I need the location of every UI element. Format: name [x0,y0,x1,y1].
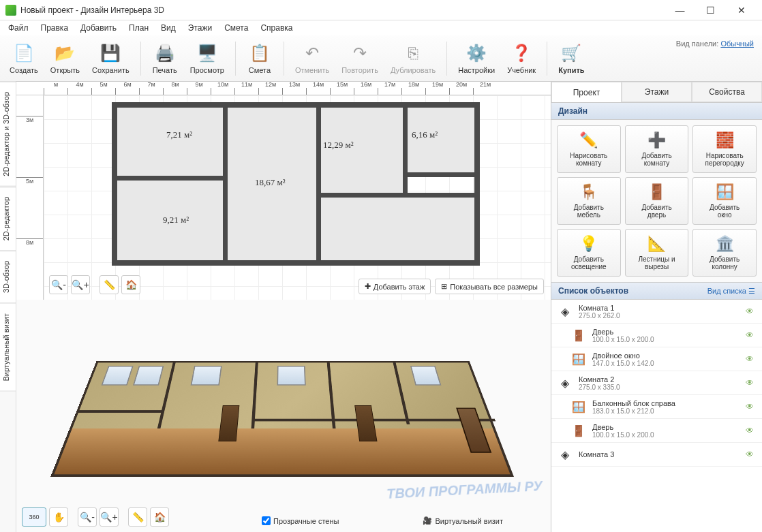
plan-canvas[interactable]: 7,21 м²18,67 м²12,29 м²6,16 м²9,21 м² 🔍-… [44,95,551,300]
panel-mode-link[interactable]: Обычный [720,40,754,48]
plan-2d-area[interactable]: 3м5м8м [16,95,551,300]
menu-1[interactable]: Правка [35,22,74,34]
object-item-4[interactable]: 🪟Балконный блок справа183.0 x 15.0 x 212… [551,395,762,419]
menu-5[interactable]: Этажи [183,22,217,34]
maximize-button[interactable]: ☐ [695,1,726,20]
undo-button[interactable]: ↶Отменить [291,40,333,76]
design-btn-4[interactable]: 🚪Добавитьдверь [625,177,689,225]
menu-7[interactable]: Справка [255,22,298,34]
buy-button[interactable]: 🛒Купить [554,40,588,76]
right-tab-1[interactable]: Этажи [622,82,692,102]
object-icon: 🚪 [570,422,587,439]
design-btn-5[interactable]: 🪟Добавитьокно [692,177,757,225]
panel-mode: Вид панели: Обычный [676,40,754,48]
notepad-icon: 📋 [249,42,271,64]
design-btn-6[interactable]: 💡Добавитьосвещение [557,229,621,277]
settings-button[interactable]: ⚙️Настройки [454,40,499,76]
right-tab-2[interactable]: Свойства [692,82,762,102]
design-icon: ✏️ [579,131,598,149]
right-panel: ПроектЭтажиСвойства Дизайн ✏️Нарисоватьк… [551,82,762,532]
object-item-2[interactable]: 🪟Двойное окно147.0 x 15.0 x 142.0👁 [551,347,762,371]
pan-button[interactable]: ✋ [49,507,68,527]
room-area-label: 6,16 м² [412,129,438,140]
object-icon: ◈ [557,375,573,391]
object-item-5[interactable]: 🚪Дверь100.0 x 15.0 x 200.0👁 [551,419,762,443]
room-area-label: 12,29 м² [323,140,354,151]
zoom-out-button[interactable]: 🔍- [49,275,68,294]
side-tab-0[interactable]: 2D-редактор и 3D-обзор [0,82,16,187]
design-btn-2[interactable]: 🧱Нарисоватьперегородку [692,125,757,173]
minimize-button[interactable]: — [665,1,695,20]
design-section-header: Дизайн [551,102,762,120]
print-button[interactable]: 🖨️Печать [148,40,182,76]
undo-icon: ↶ [301,42,323,64]
visibility-icon[interactable]: 👁 [746,330,757,340]
menu-0[interactable]: Файл [3,22,34,34]
visibility-icon[interactable]: 👁 [746,426,757,435]
visibility-icon[interactable]: 👁 [746,402,757,411]
object-item-6[interactable]: ◈Комната 3👁 [551,443,762,467]
menu-4[interactable]: Вид [155,22,181,34]
add-floor-button[interactable]: ✚Добавить этаж [359,279,431,294]
show-dimensions-button[interactable]: ⊞Показывать все размеры [435,279,544,294]
home-3d-button[interactable]: 🏠 [150,507,169,527]
side-tab-3[interactable]: Виртуальный визит [0,303,16,392]
visibility-icon[interactable]: 👁 [746,378,757,388]
list-icon: ☰ [748,287,755,295]
objects-section-header: Список объектов Вид списка ☰ [551,282,762,300]
zoom-in-button[interactable]: 🔍+ [71,275,90,294]
zoom-in-3d-button[interactable]: 🔍+ [100,507,119,527]
cart-icon: 🛒 [560,42,582,64]
menubar: ФайлПравкаДобавитьПланВидЭтажиСметаСправ… [0,20,762,35]
new-file-icon: 📄 [13,42,35,64]
toolbar: 📄Создать 📂Открыть 💾Сохранить 🖨️Печать 🖥️… [0,35,762,82]
tutorial-button[interactable]: ❓Учебник [503,40,540,76]
save-button[interactable]: 💾Сохранить [88,40,134,76]
menu-2[interactable]: Добавить [75,22,122,34]
side-tab-2[interactable]: 3D-обзор [0,251,16,303]
design-btn-0[interactable]: ✏️Нарисоватькомнату [557,125,621,173]
object-item-3[interactable]: ◈Комната 2275.0 x 335.0👁 [551,371,762,395]
visibility-icon[interactable]: 👁 [746,354,757,364]
object-item-1[interactable]: 🚪Дверь100.0 x 15.0 x 200.0👁 [551,324,762,347]
app-icon [5,5,16,16]
create-button[interactable]: 📄Создать [5,40,42,76]
design-btn-1[interactable]: ➕Добавитькомнату [625,125,689,173]
visibility-icon[interactable]: 👁 [746,450,757,459]
redo-icon: ↷ [349,42,371,64]
list-view-link[interactable]: Вид списка ☰ [707,287,755,296]
design-btn-3[interactable]: 🪑Добавитьмебель [557,177,621,225]
camera-icon: 🎥 [423,516,432,525]
view-3d-area[interactable]: 360 ✋ 🔍- 🔍+ 📏 🏠 Прозрачные стены 🎥Виртуа… [16,300,551,532]
object-item-0[interactable]: ◈Комната 1275.0 x 262.0👁 [551,300,762,324]
design-icon: 🪟 [716,183,734,201]
object-icon: ◈ [557,446,573,463]
ruler-3d-button[interactable]: 📏 [128,507,147,527]
menu-3[interactable]: План [123,22,154,34]
preview-button[interactable]: 🖥️Просмотр [186,40,228,76]
duplicate-button[interactable]: ⎘Дублировать [386,40,440,76]
visibility-icon[interactable]: 👁 [746,307,757,316]
close-button[interactable]: ✕ [726,1,757,20]
duplicate-icon: ⎘ [402,42,424,64]
menu-6[interactable]: Смета [219,22,254,34]
measure-button[interactable]: 📏 [100,275,119,294]
rotate-360-button[interactable]: 360 [22,507,46,527]
design-icon: 📐 [647,235,666,253]
object-icon: ◈ [557,303,573,319]
side-tab-1[interactable]: 2D-редактор [0,187,16,251]
gear-icon: ⚙️ [466,42,487,64]
design-btn-8[interactable]: 🏛️Добавитьколонну [692,229,757,277]
estimate-button[interactable]: 📋Смета [243,40,277,76]
redo-button[interactable]: ↷Повторить [337,40,382,76]
plus-icon: ✚ [365,282,371,291]
window-title: Новый проект - Дизайн Интерьера 3D [20,5,665,15]
zoom-out-3d-button[interactable]: 🔍- [78,507,97,527]
virtual-visit-button[interactable]: 🎥Виртуальный визит [423,516,503,525]
design-btn-7[interactable]: 📐Лестницы ивырезы [625,229,689,277]
transparent-walls-checkbox[interactable]: Прозрачные стены [262,516,339,525]
home-button[interactable]: 🏠 [121,275,140,294]
open-button[interactable]: 📂Открыть [46,40,84,76]
monitor-icon: 🖥️ [196,42,218,64]
right-tab-0[interactable]: Проект [551,82,622,102]
